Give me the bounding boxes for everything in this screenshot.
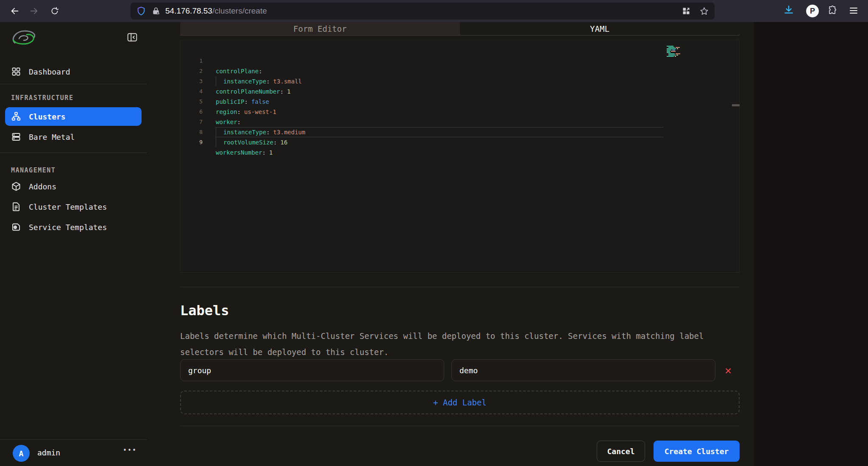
sidebar-item-addons[interactable]: Addons — [5, 177, 142, 196]
browser-toolbar: 54.176.78.53/clusters/create P — [0, 0, 868, 22]
tab-form-editor[interactable]: Form Editor — [180, 22, 460, 35]
editor-scrollbar-track — [737, 40, 737, 272]
code-line: 2 instanceType:t3.small — [181, 56, 739, 66]
create-cluster-button[interactable]: Create Cluster — [654, 441, 740, 462]
user-menu-dots-icon[interactable]: ••• — [123, 447, 137, 454]
editor-scrollbar-thumb[interactable] — [732, 104, 740, 106]
sidebar-item-label: Cluster Templates — [29, 202, 107, 211]
code-line: 1 controlPlane: — [181, 46, 739, 56]
code-line: 6 worker: — [181, 97, 739, 107]
app-page: Dashboard INFRASTRUCTURE Clusters Bare M… — [0, 22, 868, 466]
main-content: Form Editor YAML 1 controlPlane: 2 insta… — [147, 22, 754, 466]
sidebar-item-service-templates[interactable]: Service Templates — [5, 218, 142, 236]
sidebar-item-bare-metal[interactable]: Bare Metal — [5, 128, 142, 146]
yaml-editor[interactable]: 1 controlPlane: 2 instanceType:t3.small … — [180, 40, 740, 273]
remove-label-icon[interactable]: ✕ — [721, 363, 735, 377]
code-line: 8 rootVolumeSize:16 — [181, 117, 739, 127]
editor-mode-tabs: Form Editor YAML — [180, 22, 740, 36]
sidebar-divider — [0, 153, 147, 153]
labels-title: Labels — [180, 302, 229, 319]
service-templates-box-icon — [11, 222, 21, 232]
code-line: 5 region:us-west-1 — [181, 86, 739, 97]
app-logo-icon[interactable] — [8, 27, 41, 50]
add-label-button[interactable]: + Add Label — [180, 391, 740, 414]
download-icon[interactable] — [783, 4, 794, 17]
lock-icon[interactable] — [152, 7, 160, 15]
bare-metal-server-icon — [11, 132, 21, 142]
url-bar[interactable]: 54.176.78.53/clusters/create — [131, 3, 715, 19]
addons-cube-icon — [11, 181, 21, 191]
sidebar-section-heading: MANAGEMENT — [11, 166, 56, 174]
sidebar-item-label: Clusters — [29, 112, 66, 121]
puzzle-extensions-icon[interactable] — [828, 5, 838, 17]
line-number: 9 — [181, 137, 203, 147]
cancel-button[interactable]: Cancel — [597, 441, 645, 462]
bookmark-star-icon[interactable] — [700, 7, 709, 16]
sidebar-section-heading: INFRASTRUCTURE — [11, 94, 73, 102]
sidebar-collapse-icon[interactable] — [125, 31, 139, 44]
sidebar-item-clusters[interactable]: Clusters — [5, 107, 142, 126]
tab-yaml[interactable]: YAML — [460, 22, 740, 35]
sidebar-item-cluster-templates[interactable]: Cluster Templates — [5, 197, 142, 216]
section-divider — [180, 426, 740, 426]
sidebar-divider — [0, 84, 147, 84]
dashboard-grid-icon — [11, 67, 21, 77]
tracking-shield-icon[interactable] — [136, 6, 146, 16]
label-key-input[interactable] — [180, 359, 444, 381]
label-value-input[interactable] — [451, 359, 715, 381]
extension-p-icon[interactable]: P — [806, 5, 819, 17]
hamburger-menu-icon[interactable] — [849, 6, 859, 17]
sidebar-item-label: Dashboard — [29, 67, 70, 76]
sidebar-item-label: Service Templates — [29, 223, 107, 232]
avatar: A — [13, 445, 30, 462]
user-name: admin — [37, 448, 60, 457]
screenshot: 54.176.78.53/clusters/create P — [0, 0, 868, 466]
code-line: 3 controlPlaneNumber:1 — [181, 66, 739, 76]
pip-icon[interactable] — [682, 7, 690, 15]
sidebar: Dashboard INFRASTRUCTURE Clusters Bare M… — [0, 22, 147, 466]
sidebar-item-label: Addons — [29, 182, 56, 191]
sidebar-item-label: Bare Metal — [29, 133, 75, 141]
forward-icon[interactable] — [26, 3, 42, 19]
labels-description: Labels determine which Multi-Cluster Ser… — [180, 328, 744, 360]
user-row[interactable]: A admin ••• — [0, 443, 147, 466]
code-line-active: 9 workersNumber:1 — [181, 127, 739, 137]
editor-minimap[interactable] — [667, 46, 685, 57]
sidebar-item-dashboard[interactable]: Dashboard — [5, 62, 142, 81]
cluster-templates-file-icon — [11, 202, 21, 212]
back-icon[interactable] — [7, 3, 22, 19]
reload-icon[interactable] — [47, 3, 62, 19]
sidebar-divider — [0, 439, 147, 440]
clusters-hierarchy-icon — [11, 111, 21, 122]
url-text: 54.176.78.53/clusters/create — [165, 6, 267, 16]
code-line: 4 publicIP:false — [181, 76, 739, 86]
code-line: 7 instanceType:t3.medium — [181, 107, 739, 117]
section-divider — [180, 287, 740, 287]
